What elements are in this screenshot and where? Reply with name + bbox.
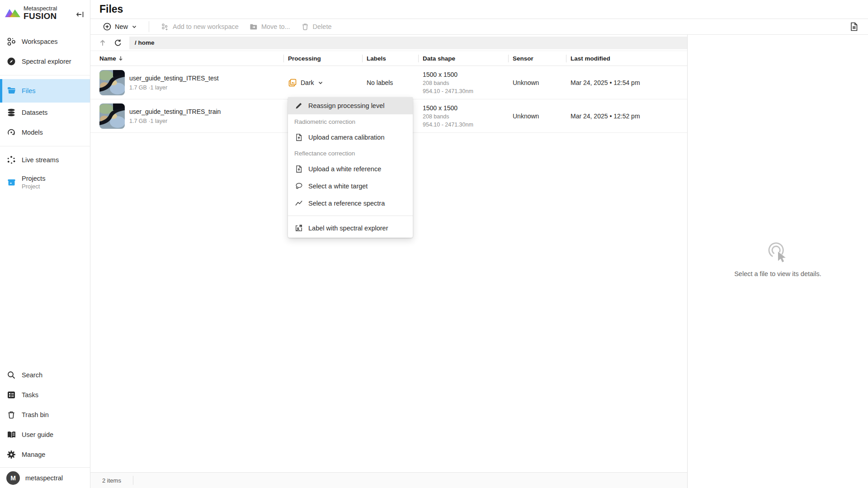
shape-wavelengths: 954.10 - 2471.30nm — [423, 88, 508, 94]
processing-level-value: Dark — [301, 79, 314, 86]
table-header: Name Processing Labels Data shape Sensor… — [90, 51, 687, 66]
status-bar-separator — [133, 476, 133, 485]
sidebar-item-workspaces[interactable]: Workspaces — [0, 32, 90, 52]
up-directory-icon[interactable] — [95, 37, 110, 49]
toolbar-separator — [149, 21, 149, 32]
file-meta: 1.7 GB ·1 layer — [129, 118, 221, 124]
move-to-button[interactable]: Move to... — [246, 19, 294, 34]
move-folder-icon — [250, 23, 258, 31]
labels-value: No labels — [367, 79, 393, 86]
move-to-label: Move to... — [261, 23, 290, 30]
book-icon — [6, 430, 16, 440]
pencil-icon — [294, 102, 303, 110]
sidebar-item-files[interactable]: Files — [0, 79, 90, 103]
menu-item-upload-camera-calibration[interactable]: Upload camera calibration — [288, 129, 413, 146]
file-name-cell: user_guide_testing_ITRES_train 1.7 GB ·1… — [90, 103, 283, 129]
brand-product: FUSION — [24, 12, 57, 21]
sidebar-item-user-guide[interactable]: User guide — [0, 425, 90, 445]
menu-item-label: Reassign processing level — [308, 102, 384, 109]
sidebar-item-label: Trash bin — [22, 411, 49, 418]
sidebar-item-sublabel: Project — [22, 183, 45, 190]
sidebar-item-label: Live streams — [22, 156, 59, 164]
column-header-data-shape[interactable]: Data shape — [418, 51, 508, 66]
menu-item-label: Select a reference spectra — [308, 200, 385, 207]
processing-cell: Dark — [283, 78, 362, 87]
shape-dimensions: 1500 x 1500 — [423, 71, 508, 78]
brand-text: Metaspectral FUSION — [24, 5, 57, 21]
spectra-line-icon — [294, 199, 303, 208]
lasso-icon — [294, 182, 303, 191]
sidebar-item-tasks[interactable]: Tasks — [0, 385, 90, 405]
shape-wavelengths: 954.10 - 2471.30nm — [423, 122, 508, 128]
file-thumbnail — [99, 70, 125, 95]
menu-item-select-reference-spectra[interactable]: Select a reference spectra — [288, 195, 413, 212]
sidebar-item-label: Files — [22, 87, 36, 94]
sort-descending-icon — [118, 56, 123, 61]
menu-item-label: Select a white target — [308, 183, 368, 190]
column-label: Name — [99, 55, 116, 62]
file-name-block: user_guide_testing_ITRES_train 1.7 GB ·1… — [129, 108, 221, 124]
sidebar-item-label: Projects — [22, 175, 45, 182]
tasks-icon — [6, 390, 16, 400]
sidebar-item-models[interactable]: Models — [0, 122, 90, 142]
database-icon — [6, 108, 16, 117]
shape-bands: 208 bands — [423, 80, 508, 86]
sidebar-item-datasets[interactable]: Datasets — [0, 103, 90, 122]
table-row[interactable]: user_guide_testing_ITRES_test 1.7 GB ·1 … — [90, 66, 687, 99]
sidebar-divider — [0, 75, 90, 75]
menu-item-reassign-processing-level[interactable]: Reassign processing level — [288, 97, 413, 114]
last-modified-value: Mar 24, 2025 • 12:54 pm — [571, 79, 640, 86]
menu-item-upload-white-reference[interactable]: Upload a white reference — [288, 160, 413, 178]
last-modified-cell: Mar 24, 2025 • 12:52 pm — [566, 112, 687, 120]
delete-button[interactable]: Delete — [297, 19, 335, 34]
collapse-sidebar-icon[interactable] — [75, 10, 85, 19]
column-label: Labels — [367, 55, 386, 62]
sidebar-item-manage[interactable]: Manage — [0, 445, 90, 465]
column-header-labels[interactable]: Labels — [362, 51, 418, 66]
models-icon — [6, 127, 16, 137]
sidebar-item-spectral-explorer[interactable]: Spectral explorer — [0, 52, 90, 71]
sidebar-item-label: Tasks — [22, 391, 38, 399]
shape-bands: 208 bands — [423, 113, 508, 120]
brand-name: Metaspectral — [24, 5, 57, 12]
add-to-workspace-button[interactable]: Add to new workspace — [157, 19, 242, 34]
toolbar-right — [849, 22, 859, 32]
sidebar-item-search[interactable]: Search — [0, 365, 90, 385]
sidebar-nav: Workspaces Spectral explorer — [0, 32, 90, 195]
column-header-sensor[interactable]: Sensor — [508, 51, 566, 66]
document-panel-icon[interactable] — [849, 22, 859, 32]
column-header-processing[interactable]: Processing — [283, 51, 362, 66]
file-name-cell: user_guide_testing_ITRES_test 1.7 GB ·1 … — [90, 70, 283, 95]
menu-item-select-white-target[interactable]: Select a white target — [288, 178, 413, 195]
breadcrumb[interactable]: / home — [129, 37, 687, 49]
gear-icon — [6, 450, 16, 460]
user-name: metaspectral — [25, 474, 63, 482]
avatar: M — [6, 471, 20, 485]
refresh-icon[interactable] — [110, 37, 126, 49]
user-account[interactable]: M metaspectral — [0, 467, 90, 488]
file-upload-icon — [294, 133, 303, 142]
menu-item-label: Upload camera calibration — [308, 134, 384, 141]
menu-item-label-with-spectral-explorer[interactable]: Label with spectral explorer — [288, 220, 413, 237]
details-placeholder-text: Select a file to view its details. — [734, 270, 821, 277]
processing-level-dropdown[interactable]: Dark — [288, 78, 362, 87]
sidebar-item-trash-bin[interactable]: Trash bin — [0, 405, 90, 425]
labels-cell: No labels — [362, 79, 418, 87]
sidebar-item-projects[interactable]: Projects Project — [0, 170, 90, 195]
last-modified-value: Mar 24, 2025 • 12:52 pm — [571, 113, 640, 120]
column-label: Data shape — [423, 55, 455, 62]
sidebar-spacer — [0, 195, 90, 359]
sidebar-item-live-streams[interactable]: Live streams — [0, 150, 90, 170]
plus-circle-icon — [103, 23, 111, 31]
column-label: Last modified — [571, 55, 610, 62]
data-shape-cell: 1500 x 1500 208 bands 954.10 - 2471.30nm — [418, 104, 508, 128]
compass-icon — [6, 56, 16, 66]
column-header-last-modified[interactable]: Last modified — [566, 51, 687, 66]
file-meta: 1.7 GB ·1 layer — [129, 84, 219, 91]
menu-section-reflectance: Reflectance correction — [288, 146, 413, 160]
file-name: user_guide_testing_ITRES_train — [129, 108, 221, 115]
column-header-name[interactable]: Name — [90, 51, 283, 66]
sensor-cell: Unknown — [508, 79, 566, 87]
details-panel: Select a file to view its details. — [687, 35, 868, 488]
new-button[interactable]: New — [99, 19, 141, 34]
